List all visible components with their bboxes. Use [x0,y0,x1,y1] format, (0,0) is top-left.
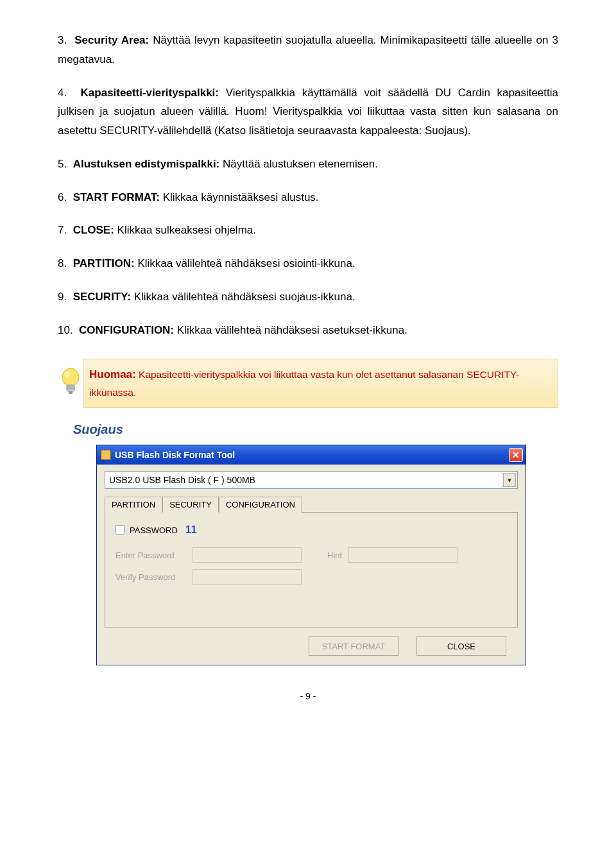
item-number: 5. [58,158,67,170]
note-text: Huomaa: Kapasiteetti-vierityspalkkia voi… [89,366,549,401]
item-number: 9. [58,291,67,303]
item-bold: CONFIGURATION: [79,324,174,336]
section-heading-suojaus: Suojaus [73,422,558,437]
item-number: 6. [58,191,67,203]
item-rest: Klikkaa välilehteä nähdäksesi suojaus-ik… [131,291,355,303]
tab-strip: PARTITION SECURITY CONFIGURATION [105,497,518,513]
page-number: - 9 - [58,691,558,701]
item-number: 4. [58,87,67,99]
window-close-button[interactable]: ✕ [509,448,523,462]
tab-security[interactable]: SECURITY [162,497,219,513]
item-number: 8. [58,257,67,269]
password-label: PASSWORD [130,525,178,535]
item-number: 7. [58,224,67,236]
list-item: 7. CLOSE: Klikkaa sulkeaksesi ohjelma. [58,221,558,240]
item-bold: Security Area: [74,34,149,46]
item-bold: START FORMAT: [73,191,160,203]
note-body: Kapasiteetti-vierityspalkkia voi liikutt… [89,369,519,398]
item-number: 10. [58,324,73,336]
window-titlebar[interactable]: USB Flash Disk Format Tool ✕ [97,445,526,465]
verify-password-input[interactable] [193,569,302,585]
verify-password-label: Verify Password [116,572,186,582]
svg-point-0 [62,368,79,386]
tab-panel-security: PASSWORD 11 Enter Password Hint Verify P… [105,512,518,628]
enter-password-input[interactable] [193,547,302,563]
svg-rect-2 [67,385,74,391]
item-bold: SECURITY: [73,291,131,303]
start-format-button[interactable]: START FORMAT [309,637,398,656]
password-checkbox[interactable] [116,525,124,534]
list-item: 9. SECURITY: Klikkaa välilehteä nähdäkse… [58,287,558,307]
item-rest: Klikkaa käynnistääksesi alustus. [160,191,319,203]
hint-label: Hint [327,551,342,560]
list-item: 10. CONFIGURATION: Klikkaa välilehteä nä… [58,321,558,340]
close-button[interactable]: CLOSE [416,637,506,656]
device-combobox[interactable]: USB2.0 USB Flash Disk ( F ) 500MB ▼ [105,471,518,489]
password-badge: 11 [185,524,197,536]
item-rest: Näyttää alustuksen etenemisen. [219,158,378,170]
svg-point-1 [65,371,70,377]
note-lead: Huomaa: [89,368,136,380]
item-bold: PARTITION: [73,257,135,269]
window-title: USB Flash Disk Format Tool [115,450,509,460]
tab-configuration[interactable]: CONFIGURATION [219,497,302,513]
list-item: 8. PARTITION: Klikkaa välilehteä nähdäks… [58,254,558,273]
enter-password-label: Enter Password [116,551,186,560]
note-box: Huomaa: Kapasiteetti-vierityspalkkia voi… [83,359,558,408]
list-item: 4. Kapasiteetti-vierityspalkki: Vieritys… [58,83,558,141]
list-item: 6. START FORMAT: Klikkaa käynnistääksesi… [58,188,558,207]
list-item: 3. Security Area: Näyttää levyn kapasite… [58,31,558,69]
item-rest: Klikkaa välilehteä nähdäksesi osiointi-i… [135,257,355,269]
item-rest: Klikkaa välilehteä nähdäksesi asetukset-… [174,324,407,336]
close-icon: ✕ [512,450,520,460]
hint-input[interactable] [348,547,458,563]
item-bold: CLOSE: [73,224,114,236]
item-bold: Alustuksen edistymispalkki: [73,158,220,170]
item-rest: Klikkaa sulkeaksesi ohjelma. [114,224,256,236]
lightbulb-icon [52,367,89,398]
chevron-down-icon[interactable]: ▼ [503,473,516,487]
svg-rect-5 [69,391,73,394]
list-item: 5. Alustuksen edistymispalkki: Näyttää a… [58,155,558,174]
item-number: 3. [58,34,67,46]
tab-partition[interactable]: PARTITION [105,497,162,513]
combo-value: USB2.0 USB Flash Disk ( F ) 500MB [109,475,255,485]
app-icon [101,450,111,460]
item-bold: Kapasiteetti-vierityspalkki: [81,87,219,99]
format-tool-window: USB Flash Disk Format Tool ✕ USB2.0 USB … [96,445,526,665]
